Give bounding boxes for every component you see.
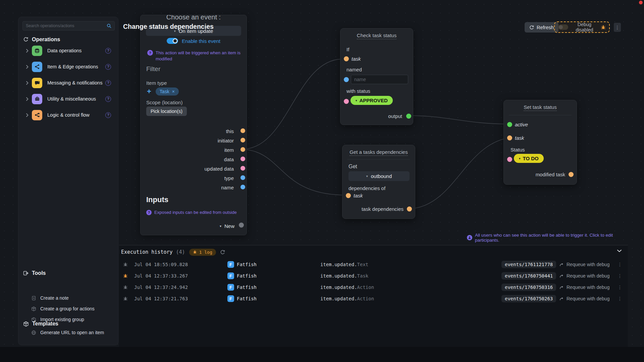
- row-menu-button[interactable]: ⋮: [618, 273, 622, 279]
- direction-select[interactable]: ▾ outbound: [348, 171, 410, 181]
- debug-toggle[interactable]: [558, 24, 568, 30]
- template-generate-url[interactable]: Generate URL to open an item: [31, 330, 104, 335]
- event-id-chip[interactable]: events/1760750316: [501, 284, 556, 291]
- set-task-status-node[interactable]: Set task status active task Status ▾ TO …: [503, 100, 577, 185]
- sidebar-item-utility-miscellaneous[interactable]: Utility & miscellaneous ?: [22, 92, 116, 106]
- port-task-in[interactable]: [346, 193, 351, 198]
- node-title[interactable]: Get a tasks dependencies: [342, 149, 415, 155]
- port-initiator[interactable]: [240, 138, 245, 142]
- sidebar: Operations Data operations ? Item & Edge…: [18, 17, 118, 345]
- pick-location-button[interactable]: Pick location(s): [146, 107, 187, 116]
- tool-create-group[interactable]: Create a group for actions: [31, 306, 95, 311]
- enable-event-toggle[interactable]: [167, 38, 178, 44]
- port-output[interactable]: [406, 114, 411, 119]
- requeue-button[interactable]: Requeue with debug: [559, 285, 609, 290]
- history-row[interactable]: Jul 04 18:55:09.828 F Fatfish item.updat…: [119, 259, 628, 270]
- enable-event-label[interactable]: Enable this event: [182, 38, 220, 44]
- event-name: item.updated.Text: [320, 262, 368, 267]
- execution-history-panel: Execution history (4) 1 log Jul 04 18:55…: [119, 245, 628, 347]
- globe-icon: [31, 330, 36, 335]
- sidebar-item-logic-control-flow[interactable]: Logic & control flow ?: [22, 108, 116, 122]
- port-updated-data[interactable]: [240, 166, 245, 171]
- port-active-in[interactable]: [507, 122, 512, 127]
- history-row[interactable]: Jul 04 12:37:24.942 F Fatfish item.updat…: [119, 282, 628, 293]
- row-menu-button[interactable]: ⋮: [618, 296, 622, 301]
- name-input[interactable]: [351, 75, 408, 84]
- port-new-input[interactable]: [239, 223, 244, 228]
- status-value-pill[interactable]: ▾ APPROVED: [351, 96, 393, 105]
- sync-icon[interactable]: [220, 250, 225, 255]
- new-input-button[interactable]: ▾ New: [220, 223, 234, 229]
- log-badge-label: 1 log: [199, 250, 212, 255]
- port-name-in[interactable]: [344, 77, 349, 82]
- chevron-right-icon[interactable]: [26, 49, 29, 53]
- port-name[interactable]: [240, 185, 245, 189]
- requeue-button[interactable]: Requeue with debug: [559, 262, 609, 267]
- port-task-in[interactable]: [507, 135, 512, 140]
- port-data[interactable]: [240, 157, 245, 161]
- history-row[interactable]: Jul 04 12:37:21.763 F Fatfish item.updat…: [119, 293, 628, 304]
- help-badge[interactable]: ?: [105, 80, 111, 86]
- debug-disabled-button[interactable]: Debug disabled: [554, 21, 610, 33]
- port-this[interactable]: [240, 128, 245, 133]
- row-menu-button[interactable]: ⋮: [618, 285, 622, 290]
- sidebar-item-messaging-notifications[interactable]: Messaging & notifications ?: [22, 76, 116, 89]
- chevron-right-icon[interactable]: [26, 113, 29, 117]
- sidebar-item-label: Item & Edge operations: [47, 64, 105, 69]
- output-label-this: this: [226, 128, 234, 134]
- requeue-button[interactable]: Requeue with debug: [559, 273, 609, 279]
- edge-item-to-deps: [241, 149, 345, 195]
- requeue-icon: [559, 274, 564, 278]
- status-value-pill[interactable]: ▾ TO DO: [514, 154, 544, 163]
- sidebar-item-item-edge-operations[interactable]: Item & Edge operations ?: [22, 60, 116, 73]
- action-title: Change status dependencies: [123, 23, 214, 31]
- port-modified-task[interactable]: [569, 172, 574, 177]
- execution-count: (4): [176, 249, 185, 255]
- port-task-dependencies[interactable]: [407, 206, 412, 212]
- person-icon: [467, 235, 472, 240]
- debug-label: Debug disabled: [571, 22, 598, 33]
- help-badge[interactable]: ?: [105, 64, 111, 70]
- item-type-chip[interactable]: Task ×: [156, 87, 179, 96]
- bug-icon: [193, 250, 197, 254]
- port-type[interactable]: [240, 175, 245, 180]
- add-item-type-button[interactable]: +: [147, 88, 151, 95]
- participants-note[interactable]: All users who can see this action will b…: [467, 233, 623, 243]
- row-menu-button[interactable]: ⋮: [618, 262, 622, 267]
- templates-section-header: Templates: [23, 321, 58, 327]
- tool-create-note[interactable]: Create a note: [31, 295, 69, 301]
- collapse-chevron-icon[interactable]: [617, 249, 622, 252]
- port-item[interactable]: [240, 147, 245, 152]
- check-task-status-node[interactable]: Check task status If task named with sta…: [340, 28, 413, 125]
- message-icon: [32, 78, 42, 88]
- node-title[interactable]: Set task status: [504, 104, 577, 110]
- requeue-button[interactable]: Requeue with debug: [559, 296, 609, 301]
- avatar: F: [227, 295, 234, 302]
- log-badge[interactable]: 1 log: [189, 249, 216, 256]
- chevron-right-icon[interactable]: [26, 97, 29, 101]
- port-task-in[interactable]: [344, 56, 349, 61]
- help-badge[interactable]: ?: [105, 96, 111, 102]
- event-id-chip[interactable]: events/1760750263: [501, 295, 556, 302]
- port-status-in[interactable]: [344, 99, 349, 104]
- event-id-chip[interactable]: events/1761121778: [501, 261, 556, 268]
- event-id-chip[interactable]: events/1760750441: [501, 272, 556, 280]
- help-badge[interactable]: ?: [105, 48, 111, 54]
- username: Fatfish: [237, 262, 257, 267]
- chevron-right-icon[interactable]: [26, 81, 29, 85]
- get-task-dependencies-node[interactable]: Get a tasks dependencies Get ▾ outbound …: [342, 145, 415, 219]
- notification-dot: [639, 1, 643, 4]
- port-status-in[interactable]: [507, 157, 512, 162]
- help-badge[interactable]: ?: [105, 112, 111, 118]
- remove-chip-icon[interactable]: ×: [172, 89, 175, 94]
- with-status-label: with status: [346, 88, 370, 94]
- history-row[interactable]: Jul 04 12:37:33.267 F Fatfish item.updat…: [119, 270, 628, 282]
- node-title[interactable]: Check task status: [340, 33, 413, 38]
- output-label-name: name: [221, 185, 234, 190]
- sidebar-item-label: Logic & control flow: [47, 112, 105, 118]
- refresh-button[interactable]: Refresh: [525, 22, 558, 33]
- sidebar-item-data-operations[interactable]: Data operations ?: [22, 44, 116, 57]
- chevron-right-icon[interactable]: [26, 65, 29, 69]
- search-input[interactable]: [22, 21, 115, 31]
- kebab-menu-button[interactable]: ⋮: [614, 23, 621, 32]
